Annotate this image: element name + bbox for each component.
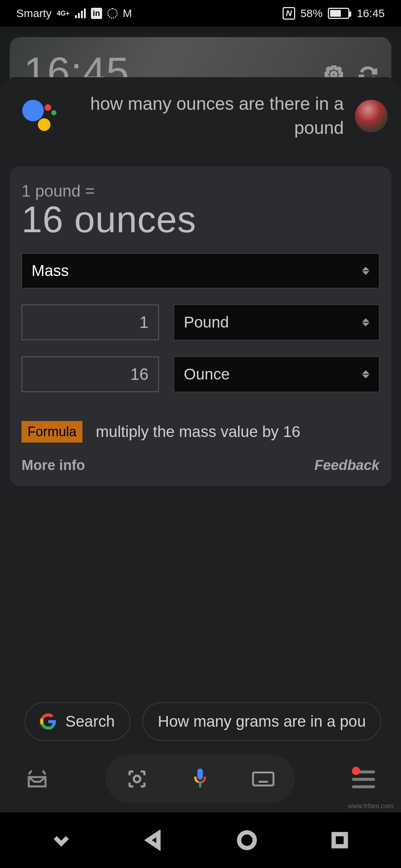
feedback-link[interactable]: Feedback	[314, 457, 379, 473]
assistant-logo-icon	[22, 98, 59, 135]
formula-text: multiply the mass value by 16	[96, 423, 300, 441]
search-chip[interactable]: Search	[25, 702, 130, 741]
svg-point-2	[134, 776, 140, 782]
search-chip-label: Search	[65, 713, 115, 730]
svg-marker-11	[148, 833, 159, 847]
chevron-updown-icon	[362, 318, 369, 326]
to-unit-select[interactable]: Ounce	[174, 356, 379, 392]
conversion-card: 1 pound = 16 ounces Mass 1 Pound 16 Ounc…	[10, 166, 391, 486]
equation-label: 1 pound =	[22, 182, 379, 200]
suggestion-chip-1[interactable]: How many grams are in a pou	[142, 702, 381, 741]
signal-icon	[75, 9, 86, 18]
carrier-label: Smarty	[16, 7, 52, 20]
user-query-text: how many ounces are there in a pound	[71, 92, 344, 140]
inbox-icon[interactable]	[26, 768, 48, 790]
chevron-updown-icon	[362, 370, 369, 378]
assistant-sheet: how many ounces are there in a pound 1 p…	[0, 77, 401, 868]
from-value-input[interactable]: 1	[22, 305, 159, 340]
from-unit-label: Pound	[184, 313, 229, 331]
more-info-link[interactable]: More info	[22, 457, 85, 473]
query-row: how many ounces are there in a pound	[0, 92, 401, 153]
chevron-updown-icon	[362, 267, 369, 275]
nfc-icon: N	[283, 7, 295, 20]
input-pill	[105, 755, 295, 803]
linkedin-icon: in	[91, 8, 102, 19]
gmail-icon: M	[123, 7, 132, 20]
result-value: 16 ounces	[22, 198, 379, 241]
svg-rect-3	[198, 769, 203, 780]
svg-rect-13	[334, 834, 346, 846]
svg-point-0	[332, 72, 336, 77]
brightness-icon	[107, 8, 118, 19]
network-type: 4G+	[57, 10, 70, 17]
keyboard-icon[interactable]	[252, 768, 274, 790]
to-value-input[interactable]: 16	[22, 356, 159, 392]
assistant-action-bar	[0, 753, 401, 805]
battery-percent: 58%	[300, 7, 323, 20]
from-unit-select[interactable]: Pound	[174, 305, 379, 340]
nav-back-icon[interactable]	[144, 830, 164, 851]
suggestion-chip-1-label: How many grams are in a pou	[158, 713, 366, 730]
category-select-label: Mass	[32, 262, 69, 280]
suggestion-chips-row[interactable]: Search How many grams are in a pou	[25, 701, 401, 742]
svg-point-12	[239, 832, 255, 848]
nav-home-icon[interactable]	[237, 830, 257, 851]
nav-collapse-icon[interactable]	[51, 830, 72, 851]
status-clock: 16:45	[357, 7, 385, 20]
user-avatar[interactable]	[355, 100, 388, 132]
category-select[interactable]: Mass	[22, 253, 379, 288]
watermark: www.frfam.com	[348, 802, 394, 810]
svg-rect-5	[253, 773, 274, 786]
lens-icon[interactable]	[126, 768, 148, 790]
formula-badge: Formula	[22, 421, 82, 443]
system-nav-bar	[0, 812, 401, 868]
battery-icon	[328, 8, 349, 19]
suggestions-menu-icon[interactable]	[352, 770, 375, 788]
nav-recents-icon[interactable]	[329, 830, 350, 851]
status-bar: Smarty 4G+ in M N 58% 16:45	[0, 0, 401, 27]
mic-icon[interactable]	[189, 767, 211, 791]
google-logo-icon	[40, 713, 56, 730]
to-unit-label: Ounce	[184, 365, 230, 383]
